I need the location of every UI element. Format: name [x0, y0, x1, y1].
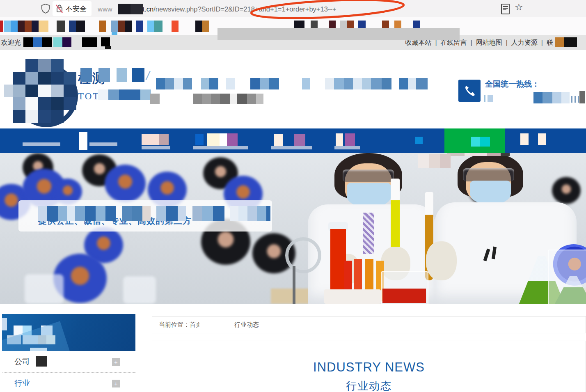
vial-cap [105, 165, 146, 202]
page-content: 公司 + 行业 + 当前位置：首页 行业动态 INDUSTRY NEWS 行业动… [0, 304, 586, 392]
expand-plus-icon[interactable]: + [112, 358, 120, 366]
redaction-block [64, 72, 76, 85]
redaction-block [302, 78, 310, 89]
expand-plus-icon[interactable]: + [112, 380, 120, 387]
redaction-block [105, 46, 111, 49]
redaction-block [415, 137, 423, 144]
sidebar-item-company[interactable]: 公司 + [2, 351, 135, 373]
redaction-block [213, 206, 224, 221]
redaction-block [269, 78, 279, 89]
redaction-block [470, 153, 487, 156]
redaction-block [11, 21, 18, 32]
redaction-block [25, 59, 38, 72]
redaction-block [238, 206, 247, 221]
bookmark-star-icon[interactable]: ☆ [515, 2, 523, 13]
redaction-block [80, 68, 92, 82]
redaction-block [193, 146, 248, 149]
redaction-block [418, 154, 429, 168]
redaction-block [108, 89, 119, 100]
redaction-block [111, 21, 118, 32]
redaction-block [75, 206, 85, 221]
company-logo[interactable] [11, 59, 79, 124]
redaction-block [440, 154, 451, 168]
redaction-block [202, 94, 211, 104]
redaction-block [371, 78, 382, 89]
magnifier-icon [285, 237, 321, 273]
redaction-block [192, 206, 202, 221]
shield-icon[interactable] [41, 4, 50, 14]
redaction-block [38, 59, 51, 72]
address-bar[interactable]: www t.cn/newsview.php?SortID=2&ID=218+an… [98, 4, 336, 14]
redaction-block [166, 206, 178, 221]
redaction-block [32, 21, 39, 32]
redaction-block [69, 21, 76, 32]
site-security-chip[interactable]: 不安全 [53, 1, 92, 16]
redaction-block [294, 134, 305, 146]
url-redaction-block [130, 4, 143, 14]
redaction-block [561, 92, 570, 103]
redaction-block [578, 96, 579, 103]
redaction-block [174, 78, 183, 89]
redaction-block [101, 37, 110, 46]
redaction-block [150, 94, 160, 104]
topbar-link[interactable]: 联 [547, 39, 553, 46]
redaction-block [230, 206, 238, 221]
topbar-link[interactable]: 网站地图 [476, 39, 502, 46]
redaction-block [274, 134, 283, 146]
redaction-block [23, 37, 33, 47]
redaction-block [362, 78, 371, 89]
redaction-block [132, 68, 144, 82]
link-separator: | [506, 39, 508, 46]
redaction-block [257, 206, 266, 221]
redaction-block [480, 137, 490, 147]
redaction-block [36, 356, 47, 367]
redaction-block [46, 335, 55, 344]
redaction-block [18, 21, 25, 32]
redaction-block [579, 91, 585, 103]
redaction-block [13, 97, 25, 110]
main-nav[interactable] [0, 128, 586, 153]
redaction-block [47, 206, 58, 221]
redaction-block [220, 94, 230, 104]
redaction-block [154, 21, 163, 32]
redaction-block [51, 97, 64, 110]
topbar-link[interactable]: 人力资源 [511, 39, 538, 46]
redaction-block [23, 326, 32, 335]
redaction-block [25, 110, 38, 123]
redaction-block [53, 37, 62, 47]
redaction-block [211, 94, 220, 104]
redaction-block [30, 348, 47, 351]
redaction-block [122, 206, 132, 221]
redaction-block [345, 133, 355, 146]
redaction-block [4, 21, 11, 32]
redaction-block [193, 94, 202, 104]
redaction-block [382, 78, 391, 89]
redaction-block [147, 21, 154, 32]
redaction-block [159, 134, 169, 145]
redaction-block [533, 92, 543, 103]
redaction-block [325, 78, 334, 89]
redaction-block [336, 133, 343, 146]
redaction-block [484, 95, 485, 102]
redaction-block [13, 72, 25, 85]
white-tray [324, 289, 381, 304]
link-separator: | [471, 39, 472, 46]
redaction-block [51, 72, 64, 85]
vial-cap [552, 177, 581, 204]
redaction-block [520, 133, 529, 145]
not-secure-label: 不安全 [66, 4, 87, 14]
redaction-block [142, 146, 170, 149]
redaction-block [38, 97, 51, 110]
sidebar-header [2, 314, 135, 351]
redaction-block [14, 326, 23, 335]
sidebar-item-industry[interactable]: 行业 + [2, 373, 135, 392]
redaction-block [571, 96, 572, 103]
test-tube-yellow [391, 179, 400, 201]
redaction-block [247, 206, 257, 221]
redaction-block [25, 21, 32, 32]
hotline-label: 全国统一热线： [485, 79, 540, 89]
insecure-lock-icon [56, 4, 63, 13]
redaction-block [4, 85, 13, 97]
breadcrumb-label[interactable]: 当前位置：首页 [159, 316, 202, 333]
reader-mode-icon[interactable] [501, 4, 510, 14]
